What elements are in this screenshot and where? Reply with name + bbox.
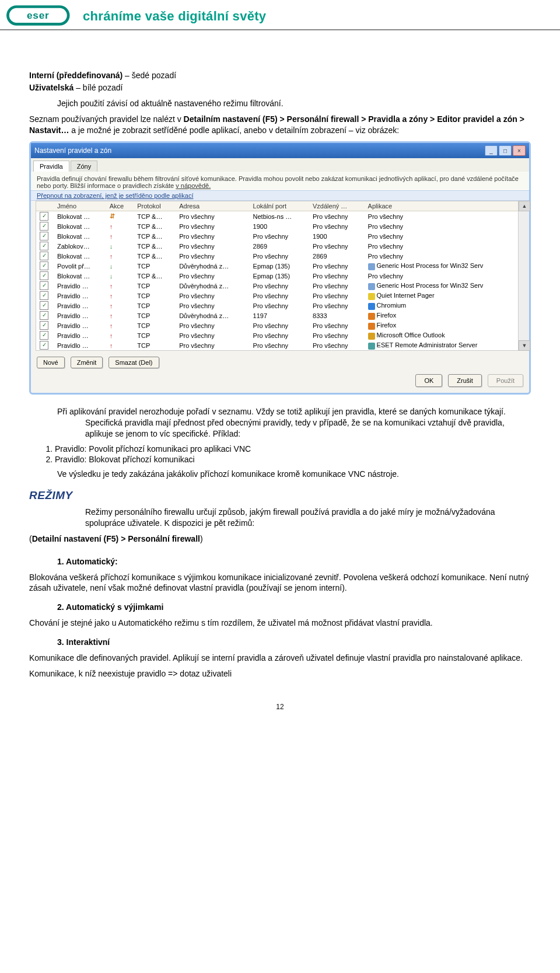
- table-row[interactable]: ✓Pravidlo …↑TCPDůvěryhodná z…11978333Fir…: [36, 311, 524, 320]
- col-remoteport[interactable]: Vzdálený …: [309, 201, 365, 211]
- rule-checkbox[interactable]: ✓: [40, 281, 48, 290]
- table-header-row: Jméno Akce Protokol Adresa Lokální port …: [36, 201, 524, 211]
- cell-remoteport: Pro všechny: [309, 301, 365, 311]
- cell-app: Pro všechny: [365, 271, 524, 281]
- rule-checkbox[interactable]: ✓: [40, 341, 48, 350]
- ok-button[interactable]: OK: [415, 374, 442, 387]
- cell-localport: Pro všechny: [250, 281, 309, 291]
- example-list: Pravidlo: Povolit příchozí komunikaci pr…: [55, 444, 531, 464]
- tab-rules[interactable]: Pravidla: [33, 161, 69, 172]
- table-row[interactable]: ✓Pravidlo …↑TCPPro všechnyPro všechnyPro…: [36, 340, 524, 350]
- mode-inter-body2: Komunikace, k níž neexistuje pravidlo =>…: [29, 668, 531, 679]
- cell-remoteport: Pro všechny: [309, 330, 365, 340]
- table-row[interactable]: ✓Pravidlo …↑TCPPro všechnyPro všechnyPro…: [36, 330, 524, 340]
- table-row[interactable]: ✓Blokovat …↑TCP &…Pro všechnyPro všechny…: [36, 231, 524, 241]
- cell-app: Chromium: [365, 301, 524, 311]
- app-icon: [368, 293, 375, 300]
- delete-button[interactable]: Smazat (Del): [108, 357, 159, 368]
- cell-app: Pro všechny: [365, 231, 524, 241]
- new-button[interactable]: Nové: [37, 357, 65, 368]
- minimize-button[interactable]: _: [485, 145, 498, 156]
- cell-address: Pro všechny: [176, 291, 249, 301]
- rule-checkbox[interactable]: ✓: [40, 252, 48, 260]
- table-row[interactable]: ✓Pravidlo …↑TCPDůvěryhodná z…Pro všechny…: [36, 281, 524, 291]
- rule-checkbox[interactable]: ✓: [40, 321, 48, 330]
- cell-name: Pravidlo …: [54, 291, 106, 301]
- rules-table: Jméno Akce Protokol Adresa Lokální port …: [36, 201, 524, 351]
- mode-auto-body: Blokována veškerá příchozí komunikace s …: [29, 572, 531, 594]
- app-icon: [368, 303, 375, 310]
- cell-protocol: TCP: [134, 301, 176, 311]
- table-row[interactable]: ✓Pravidlo …↑TCPPro všechnyPro všechnyPro…: [36, 291, 524, 301]
- direction-icon: ↑: [110, 332, 113, 339]
- intro-p2: Jejich použití závisí od aktuálně nastav…: [57, 98, 531, 109]
- scrollbar[interactable]: ▲ ▼: [518, 201, 529, 351]
- rule-checkbox[interactable]: ✓: [40, 291, 48, 300]
- cell-remoteport: Pro všechny: [309, 320, 365, 330]
- cancel-button[interactable]: Zrušit: [448, 374, 482, 387]
- rule-checkbox[interactable]: ✓: [40, 232, 48, 240]
- scroll-up-icon[interactable]: ▲: [519, 201, 530, 211]
- help-link[interactable]: v nápovědě.: [176, 182, 211, 189]
- app-icon: [368, 343, 375, 350]
- col-localport[interactable]: Lokální port: [250, 201, 309, 211]
- edit-button[interactable]: Změnit: [71, 357, 103, 368]
- cell-localport: Pro všechny: [250, 291, 309, 301]
- cell-app: Pro všechny: [365, 241, 524, 251]
- direction-icon: ⇵: [110, 212, 115, 219]
- col-protocol[interactable]: Protokol: [134, 201, 176, 211]
- rule-checkbox[interactable]: ✓: [40, 242, 48, 250]
- mode-autoex-title: 2. Automatický s výjimkami: [57, 602, 531, 613]
- table-row[interactable]: ✓Zablokov…↓TCP &…Pro všechny2869Pro všec…: [36, 241, 524, 251]
- cell-remoteport: Pro všechny: [309, 261, 365, 271]
- modes-path: ((Detailní nastavení (F5) > Personální f…: [29, 533, 531, 545]
- direction-icon: ↓: [110, 243, 113, 250]
- rule-checkbox[interactable]: ✓: [40, 271, 48, 280]
- mode-autoex-body: Chování je stejné jako u Automatického r…: [29, 618, 531, 629]
- cell-localport: Pro všechny: [250, 320, 309, 330]
- table-row[interactable]: ✓Pravidlo …↑TCPPro všechnyPro všechnyPro…: [36, 320, 524, 330]
- cell-localport: 1900: [250, 221, 309, 231]
- direction-icon: ↓: [110, 263, 113, 270]
- col-address[interactable]: Adresa: [176, 201, 249, 211]
- table-row[interactable]: ✓Blokovat …↑TCP &…Pro všechny1900Pro vše…: [36, 221, 524, 231]
- cell-name: Pravidlo …: [54, 281, 106, 291]
- apply-button[interactable]: Použít: [488, 374, 523, 387]
- direction-icon: ↑: [110, 223, 113, 230]
- cell-name: Povolit př…: [54, 261, 106, 271]
- table-row[interactable]: ✓Blokovat …↑TCP &…Pro všechnyPro všechny…: [36, 251, 524, 261]
- cell-address: Pro všechny: [176, 330, 249, 340]
- close-button[interactable]: ×: [513, 145, 526, 156]
- app-icon: [368, 313, 375, 320]
- cell-localport: Pro všechny: [250, 340, 309, 350]
- cell-name: Pravidlo …: [54, 340, 106, 350]
- scroll-down-icon[interactable]: ▼: [519, 340, 530, 351]
- col-app[interactable]: Aplikace: [365, 201, 524, 211]
- direction-icon: ↑: [110, 312, 113, 319]
- cell-action: ↑: [106, 231, 134, 241]
- cell-app: Quiet Internet Pager: [365, 291, 524, 301]
- table-row[interactable]: ✓Blokovat …↓TCP &…Pro všechnyEpmap (135)…: [36, 271, 524, 281]
- mode-inter-body: Komunikace dle definovaných pravidel. Ap…: [29, 653, 531, 664]
- table-row[interactable]: ✓Povolit př…↓TCPDůvěryhodná z…Epmap (135…: [36, 261, 524, 271]
- rule-checkbox[interactable]: ✓: [40, 261, 48, 270]
- rule-checkbox[interactable]: ✓: [40, 311, 48, 320]
- cell-action: ↑: [106, 340, 134, 350]
- maximize-button[interactable]: □: [499, 145, 512, 156]
- cell-name: Pravidlo …: [54, 301, 106, 311]
- table-row[interactable]: ✓Pravidlo …↑TCPPro všechnyPro všechnyPro…: [36, 301, 524, 311]
- rule-checkbox[interactable]: ✓: [40, 301, 48, 310]
- rule-checkbox[interactable]: ✓: [40, 331, 48, 340]
- cell-remoteport: 1900: [309, 231, 365, 241]
- table-row[interactable]: ✓Blokovat …⇵TCP &…Pro všechnyNetbios-ns …: [36, 211, 524, 222]
- switch-view-link[interactable]: Přepnout na zobrazení, jenž je setříděno…: [31, 190, 529, 201]
- rule-checkbox[interactable]: ✓: [40, 222, 48, 231]
- tab-zones[interactable]: Zóny: [71, 161, 97, 172]
- cell-action: ↑: [106, 281, 134, 291]
- cell-name: Blokovat …: [54, 231, 106, 241]
- col-action[interactable]: Akce: [106, 201, 134, 211]
- rule-checkbox[interactable]: ✓: [40, 212, 48, 221]
- col-name[interactable]: Jméno: [54, 201, 106, 211]
- cell-localport: Epmap (135): [250, 271, 309, 281]
- cell-remoteport: Pro všechny: [309, 241, 365, 251]
